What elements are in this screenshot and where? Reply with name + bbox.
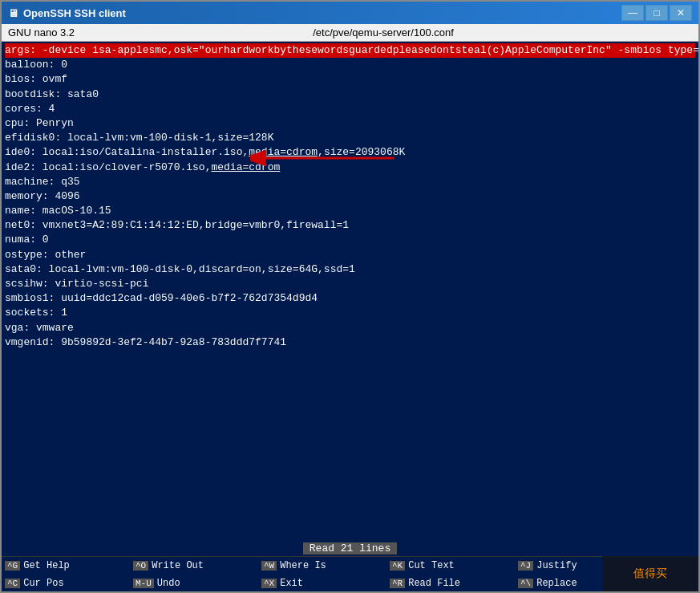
shortcut-undo[interactable]: M-U Undo — [130, 575, 258, 592]
nano-status-bar: Read 21 lines — [2, 540, 698, 556]
shortcut-key-where-is: ^W — [261, 561, 277, 571]
status-text: Read 21 lines — [303, 542, 397, 554]
terminal-line-16: sata0: local-lvm:vm-100-disk-0,discard=o… — [5, 262, 695, 277]
shortcut-get-help[interactable]: ^G Get Help — [2, 557, 130, 575]
terminal-line-14: numa: 0 — [5, 233, 695, 247]
close-button[interactable]: ✕ — [670, 5, 692, 21]
terminal-line-17: scsihw: virtio-scsi-pci — [5, 277, 695, 291]
shortcut-label-undo: Undo — [157, 578, 180, 589]
window-icon: 🖥 — [8, 7, 18, 19]
shortcut-key-exit: ^X — [261, 579, 277, 588]
window: 🖥 OpenSSH SSH client — □ ✕ GNU nano 3.2 … — [0, 0, 700, 593]
title-bar-controls: — □ ✕ — [621, 5, 692, 21]
terminal-line-20: vga: vmware — [5, 321, 695, 335]
terminal-line-5: cores: 4 — [5, 102, 695, 116]
shortcut-exit[interactable]: ^X Exit — [258, 575, 386, 592]
terminal-line-10: machine: q35 — [5, 175, 695, 189]
shortcut-label-where-is: Where Is — [280, 560, 326, 571]
shortcut-key-get-help: ^G — [5, 561, 20, 571]
shortcut-write-out[interactable]: ^O Write Out — [130, 557, 258, 575]
terminal-line-11: memory: 4096 — [5, 189, 695, 204]
shortcut-label-exit: Exit — [280, 578, 303, 589]
shortcut-read-file[interactable]: ^R Read File — [386, 575, 515, 592]
nano-version-label: GNU nano 3.2 — [8, 26, 75, 39]
minimize-button[interactable]: — — [621, 5, 644, 21]
shortcut-label-cut-text: Cut Text — [408, 560, 455, 571]
terminal-line-8: ide0: local:iso/Catalina-installer.iso,m… — [5, 145, 695, 160]
shortcut-key-undo: M-U — [133, 579, 154, 588]
terminal-line-13: net0: vmxnet3=A2:89:C1:14:12:ED,bridge=v… — [5, 218, 695, 233]
terminal-line-15: ostype: other — [5, 248, 695, 262]
shortcut-key-justify: ^J — [518, 561, 533, 571]
window-title: OpenSSH SSH client — [23, 7, 126, 19]
terminal-line-18: smbios1: uuid=ddc12cad-d059-40e6-b7f2-76… — [5, 291, 695, 306]
terminal-line-12: name: macOS-10.15 — [5, 204, 695, 218]
terminal-line-2: balloon: 0 — [5, 58, 695, 72]
shortcut-cut-text[interactable]: ^K Cut Text — [386, 557, 515, 575]
shortcut-label-cur-pos: Cur Pos — [23, 578, 63, 589]
terminal-line-3: bios: ovmf — [5, 72, 695, 87]
terminal-line-9: ide2: local:iso/clover-r5070.iso,media=c… — [5, 160, 695, 175]
terminal-line-1: args: -device isa-applesmc,osk="ourhardw… — [5, 43, 695, 58]
menu-bar: GNU nano 3.2 /etc/pve/qemu-server/100.co… — [2, 24, 698, 42]
terminal-content: args: -device isa-applesmc,osk="ourhardw… — [2, 42, 698, 351]
watermark-area: 值得买 — [602, 556, 698, 591]
shortcut-label-justify: Justify — [536, 560, 577, 571]
shortcut-label-replace: Replace — [536, 578, 577, 589]
shortcut-cur-pos[interactable]: ^C Cur Pos — [2, 575, 130, 592]
shortcut-key-cut-text: ^K — [390, 561, 405, 571]
shortcut-key-replace: ^\ — [518, 579, 533, 588]
title-bar: 🖥 OpenSSH SSH client — □ ✕ — [2, 2, 698, 24]
maximize-button[interactable]: □ — [645, 5, 668, 21]
shortcut-key-read-file: ^R — [390, 579, 405, 588]
shortcut-key-cur-pos: ^C — [5, 579, 20, 588]
shortcut-label-get-help: Get Help — [23, 560, 70, 571]
underline-cdrom-2: media=cdrom — [211, 161, 280, 173]
terminal-line-6: cpu: Penryn — [5, 116, 695, 131]
shortcut-where-is[interactable]: ^W Where Is — [258, 557, 386, 575]
shortcut-label-read-file: Read File — [408, 578, 460, 589]
terminal-line-19: sockets: 1 — [5, 306, 695, 320]
shortcut-key-write-out: ^O — [133, 561, 148, 571]
shortcut-label-write-out: Write Out — [152, 560, 204, 571]
watermark-text: 值得买 — [633, 567, 667, 581]
terminal-line-4: bootdisk: sata0 — [5, 87, 695, 102]
terminal-line-21: vmgenid: 9b59892d-3ef2-44b7-92a8-783ddd7… — [5, 335, 695, 350]
terminal-line-7: efidisk0: local-lvm:vm-100-disk-1,size=1… — [5, 131, 695, 145]
nano-bottom-bar: ^G Get Help ^O Write Out ^W Where Is ^K … — [2, 556, 698, 591]
terminal[interactable]: args: -device isa-applesmc,osk="ourhardw… — [2, 42, 698, 540]
title-bar-left: 🖥 OpenSSH SSH client — [8, 7, 126, 19]
underline-cdrom-1: media=cdrom — [249, 146, 318, 158]
file-path-label: /etc/pve/qemu-server/100.conf — [313, 26, 454, 39]
